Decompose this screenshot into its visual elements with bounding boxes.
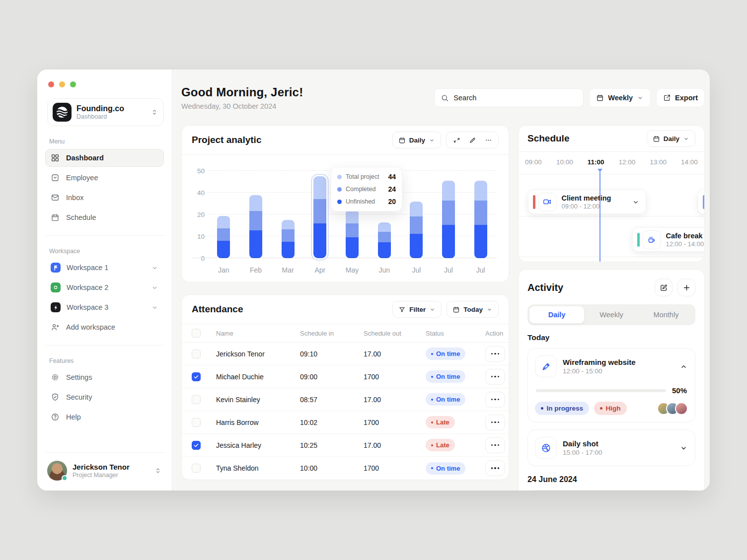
- window-control-dot[interactable]: [70, 81, 76, 87]
- attendance-date-dropdown[interactable]: Today: [447, 301, 499, 318]
- bar-segment-total-project: [217, 216, 230, 228]
- export-button[interactable]: Export: [656, 88, 705, 107]
- sidebar-item-label: Dashboard: [66, 154, 104, 162]
- org-switcher[interactable]: Founding.co Dashboard: [47, 98, 164, 126]
- row-checkbox-checked[interactable]: [192, 441, 201, 450]
- schedule-event-partial[interactable]: [698, 190, 705, 214]
- tab-daily[interactable]: Daily: [529, 306, 584, 323]
- row-actions-button[interactable]: [485, 346, 505, 362]
- sidebar-item-settings[interactable]: Settings: [45, 368, 164, 386]
- row-checkbox[interactable]: [192, 350, 201, 358]
- row-actions-button[interactable]: [485, 415, 505, 430]
- bar-segment-unfinished: [442, 225, 455, 258]
- avatar: [675, 402, 688, 415]
- bar-feb-1[interactable]: [249, 195, 262, 258]
- expand-button[interactable]: [449, 133, 463, 147]
- schedule-in-time: 09:00: [294, 373, 357, 381]
- sidebar-item-workspace-3[interactable]: Workspace 3: [45, 298, 164, 316]
- sidebar-item-workspace-2[interactable]: Workspace 2: [45, 279, 164, 296]
- tab-weekly[interactable]: Weekly: [584, 306, 639, 323]
- sidebar-item-help[interactable]: Help: [45, 408, 164, 426]
- search-bar[interactable]: [434, 88, 584, 107]
- schedule-in-time: 10:00: [294, 464, 357, 472]
- shield-icon: [51, 393, 60, 402]
- help-icon: [51, 413, 60, 422]
- row-checkbox[interactable]: [192, 395, 201, 404]
- chevron-updown-icon: [150, 108, 158, 116]
- edit-button[interactable]: [465, 133, 479, 147]
- sidebar-item-workspace-1[interactable]: Workspace 1: [45, 259, 164, 277]
- bar-segment-total-project: [313, 176, 326, 199]
- chevron-up-icon[interactable]: [679, 362, 688, 371]
- schedule-out-time: 17.00: [357, 396, 419, 404]
- range-label: Weekly: [608, 94, 633, 102]
- bar-jul-6[interactable]: [410, 202, 423, 258]
- column-name: Name: [210, 330, 294, 337]
- dribbble-icon: [535, 437, 557, 459]
- sidebar-item-inbox[interactable]: Inbox: [45, 189, 164, 207]
- add-activity-button[interactable]: [677, 279, 695, 296]
- bar-apr-3[interactable]: [313, 176, 326, 258]
- bar-jul-7[interactable]: [442, 181, 455, 258]
- compose-button[interactable]: [655, 279, 672, 296]
- y-axis-tick: 10: [197, 233, 205, 240]
- schedule-event-client-meeting[interactable]: Client meeting 09:00 - 12:00: [528, 190, 646, 214]
- schedule-in-time: 08:57: [294, 396, 357, 404]
- table-row: Kevin Stainley08:5717.00On time: [182, 388, 509, 411]
- window-controls[interactable]: [37, 70, 172, 87]
- sidebar-item-dashboard[interactable]: Dashboard: [45, 149, 164, 167]
- event-title: Client meeting: [562, 194, 611, 203]
- table-row: Jerickson Tenor09:1017.00On time: [182, 343, 509, 365]
- window-control-dot[interactable]: [59, 81, 65, 87]
- status-badge: On time: [426, 393, 465, 406]
- task-card-wireframing: Wireframing website 12:00 - 15:00 50% In…: [527, 348, 695, 422]
- chevron-down-icon[interactable]: [632, 198, 640, 206]
- sidebar-item-security[interactable]: Security: [45, 388, 164, 406]
- x-axis-label: Jul: [400, 266, 433, 274]
- bar-jun-5[interactable]: [378, 222, 391, 258]
- bar-mar-2[interactable]: [282, 220, 295, 258]
- bar-segment-completed: [282, 229, 295, 242]
- bar-segment-total-project: [378, 222, 391, 232]
- range-select-button[interactable]: Weekly: [589, 88, 651, 107]
- task-time: 15:00 - 17:00: [563, 449, 602, 456]
- sidebar-item-schedule[interactable]: Schedule: [45, 209, 164, 226]
- y-axis-tick: 40: [197, 189, 205, 197]
- assignee-avatars: [657, 402, 688, 415]
- row-checkbox[interactable]: [192, 418, 201, 427]
- sidebar-item-label: Workspace 1: [67, 264, 108, 272]
- tab-monthly[interactable]: Monthly: [639, 306, 693, 323]
- attendance-date-label: Today: [463, 306, 483, 313]
- analytics-period-dropdown[interactable]: Daily: [392, 132, 441, 148]
- bar-segment-unfinished: [346, 237, 359, 258]
- chevron-down-icon: [637, 94, 644, 101]
- row-actions-button[interactable]: [485, 392, 505, 408]
- bar-jul-8[interactable]: [474, 181, 487, 258]
- attendance-card: Attendance Filter: [181, 294, 509, 480]
- bar-jan-0[interactable]: [217, 216, 230, 258]
- user-menu[interactable]: Jerickson Tenor Project Manager: [45, 452, 164, 490]
- sidebar-item-employee[interactable]: Employee: [45, 169, 164, 187]
- x-axis-label: May: [336, 266, 369, 274]
- chevron-down-icon[interactable]: [679, 444, 688, 452]
- row-checkbox[interactable]: [192, 464, 201, 473]
- window-control-dot[interactable]: [48, 81, 54, 87]
- row-checkbox-checked[interactable]: [192, 372, 201, 381]
- bar-may-4[interactable]: [346, 210, 359, 258]
- schedule-period-dropdown[interactable]: Daily: [647, 130, 695, 147]
- filter-button[interactable]: Filter: [392, 301, 442, 318]
- schedule-event-cafe-break[interactable]: Cafe break 12:00 - 14:00: [632, 227, 705, 252]
- chevron-down-icon: [429, 137, 435, 143]
- row-actions-button[interactable]: [485, 460, 505, 476]
- select-all-checkbox[interactable]: [192, 329, 201, 338]
- add-workspace-button[interactable]: Add workspace: [45, 318, 164, 336]
- bar-segment-completed: [442, 201, 455, 225]
- row-actions-button[interactable]: [485, 369, 505, 385]
- more-options-button[interactable]: [481, 133, 495, 147]
- calendar-icon: [398, 137, 406, 144]
- time-label: 10:00: [554, 158, 576, 166]
- search-input[interactable]: [453, 94, 577, 102]
- status-badge: Late: [426, 439, 455, 451]
- row-actions-button[interactable]: [485, 437, 505, 453]
- sidebar-item-label: Workspace 3: [67, 303, 108, 311]
